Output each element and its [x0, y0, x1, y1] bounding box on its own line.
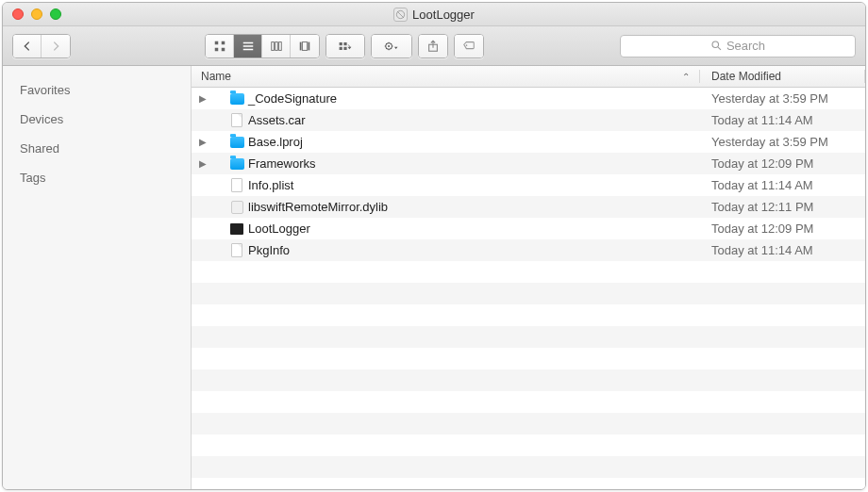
- tags-button-group: [454, 34, 484, 58]
- group-by-button-group: [326, 34, 365, 58]
- titlebar: LootLogger: [3, 3, 865, 26]
- file-date: Today at 11:14 AM: [700, 243, 865, 257]
- app-proxy-icon: [393, 8, 408, 22]
- sidebar-item-devices[interactable]: Devices: [3, 105, 191, 134]
- icon-view-button[interactable]: [206, 35, 234, 57]
- column-header-name[interactable]: Name ⌃: [192, 70, 700, 83]
- svg-rect-14: [309, 41, 310, 50]
- svg-rect-3: [221, 41, 225, 44]
- forward-button[interactable]: [42, 35, 70, 57]
- tags-button[interactable]: [455, 35, 483, 57]
- svg-rect-11: [278, 41, 281, 50]
- svg-point-0: [396, 10, 404, 18]
- svg-rect-10: [275, 41, 277, 50]
- traffic-lights: [12, 8, 61, 20]
- svg-rect-17: [343, 42, 346, 45]
- dylib-file-icon: [231, 201, 243, 214]
- plist-file-icon: [231, 178, 242, 192]
- svg-rect-18: [343, 46, 346, 49]
- sidebar-item-tags[interactable]: Tags: [3, 163, 191, 192]
- search-field[interactable]: Search: [620, 35, 856, 57]
- action-button[interactable]: [372, 35, 411, 57]
- svg-rect-12: [300, 41, 302, 50]
- file-icon: [231, 113, 242, 127]
- file-pane: Name ⌃ Date Modified ▶_CodeSignatureYest…: [192, 66, 865, 489]
- file-row[interactable]: Assets.carToday at 11:14 AM: [192, 109, 865, 131]
- disclosure-triangle[interactable]: ▶: [197, 93, 209, 104]
- search-icon: [710, 40, 723, 52]
- svg-line-25: [386, 43, 387, 44]
- file-row[interactable]: LootLoggerToday at 12:09 PM: [192, 218, 865, 239]
- svg-rect-13: [302, 41, 307, 50]
- svg-rect-5: [221, 47, 225, 51]
- file-row[interactable]: Info.plistToday at 11:14 AM: [192, 174, 865, 196]
- sidebar: Favorites Devices Shared Tags: [3, 66, 192, 489]
- file-name: Assets.car: [248, 113, 306, 127]
- svg-point-31: [466, 44, 468, 46]
- nav-buttons: [12, 34, 71, 58]
- file-date: Today at 12:09 PM: [700, 156, 865, 171]
- file-row[interactable]: libswiftRemoteMirror.dylibToday at 12:11…: [192, 196, 865, 218]
- minimize-window-button[interactable]: [31, 8, 42, 20]
- file-date: Today at 12:11 PM: [700, 200, 865, 214]
- svg-rect-9: [271, 41, 274, 50]
- file-name: PkgInfo: [248, 243, 290, 257]
- search-placeholder: Search: [726, 39, 765, 53]
- svg-line-33: [718, 47, 721, 50]
- view-mode-buttons: [205, 34, 320, 58]
- disclosure-triangle[interactable]: ▶: [197, 158, 209, 169]
- window-title: LootLogger: [3, 8, 865, 22]
- folder-icon: [230, 137, 244, 148]
- column-view-button[interactable]: [262, 35, 291, 57]
- column-header-date[interactable]: Date Modified: [700, 70, 865, 83]
- file-name: Base.lproj: [248, 135, 303, 149]
- sidebar-item-favorites[interactable]: Favorites: [3, 75, 191, 105]
- gallery-view-button[interactable]: [291, 35, 319, 57]
- toolbar: Search: [3, 26, 865, 66]
- file-row[interactable]: PkgInfoToday at 11:14 AM: [192, 239, 865, 261]
- disclosure-triangle[interactable]: ▶: [197, 137, 209, 147]
- group-by-button[interactable]: [326, 35, 364, 57]
- window-title-text: LootLogger: [412, 8, 475, 22]
- svg-point-32: [712, 41, 719, 48]
- share-button[interactable]: [419, 35, 447, 57]
- file-row[interactable]: ▶FrameworksToday at 12:09 PM: [192, 153, 865, 174]
- folder-icon: [230, 93, 244, 105]
- file-name: _CodeSignature: [248, 91, 337, 106]
- file-row[interactable]: ▶_CodeSignatureYesterday at 3:59 PM: [192, 88, 865, 109]
- file-date: Today at 11:14 AM: [700, 113, 865, 127]
- folder-icon: [230, 158, 244, 170]
- svg-line-26: [391, 48, 392, 49]
- file-icon: [231, 243, 242, 257]
- file-date: Today at 12:09 PM: [700, 221, 865, 236]
- file-rows[interactable]: ▶_CodeSignatureYesterday at 3:59 PMAsset…: [192, 88, 865, 489]
- exec-file-icon: [230, 223, 243, 235]
- svg-line-27: [386, 48, 387, 49]
- file-row[interactable]: ▶Base.lprojYesterday at 3:59 PM: [192, 131, 865, 153]
- svg-line-1: [397, 11, 404, 18]
- zoom-window-button[interactable]: [50, 8, 61, 20]
- share-button-group: [418, 34, 448, 58]
- file-date: Today at 11:14 AM: [700, 178, 865, 192]
- action-button-group: [371, 34, 412, 58]
- close-window-button[interactable]: [12, 8, 24, 20]
- svg-rect-15: [340, 42, 342, 45]
- file-name: libswiftRemoteMirror.dylib: [248, 200, 388, 214]
- svg-rect-2: [214, 41, 218, 44]
- list-view-button[interactable]: [234, 35, 262, 57]
- file-date: Yesterday at 3:59 PM: [700, 91, 865, 106]
- svg-line-28: [391, 43, 392, 44]
- file-date: Yesterday at 3:59 PM: [700, 135, 865, 149]
- back-button[interactable]: [13, 35, 42, 57]
- svg-rect-16: [340, 46, 342, 49]
- file-name: Info.plist: [248, 178, 293, 192]
- file-name: Frameworks: [248, 156, 316, 171]
- column-headers: Name ⌃ Date Modified: [192, 66, 865, 88]
- svg-point-20: [388, 44, 390, 46]
- content-area: Favorites Devices Shared Tags Name ⌃ Dat…: [3, 66, 865, 489]
- finder-window: LootLogger: [2, 2, 866, 490]
- svg-rect-4: [214, 47, 218, 51]
- sort-ascending-icon: ⌃: [682, 72, 690, 82]
- sidebar-item-shared[interactable]: Shared: [3, 134, 191, 163]
- file-name: LootLogger: [248, 221, 310, 236]
